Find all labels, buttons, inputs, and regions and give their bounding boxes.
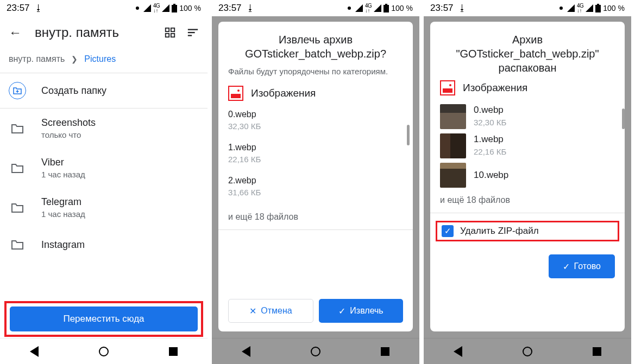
download-icon: ⭳: [34, 3, 43, 13]
scrollbar-thumb[interactable]: [622, 108, 625, 129]
network-4g: 4G↓↑: [577, 3, 583, 13]
nav-home-icon[interactable]: [311, 347, 320, 356]
category-label: Изображения: [463, 82, 527, 94]
battery-percent: 100 %: [179, 4, 201, 12]
nav-home-icon[interactable]: [523, 347, 532, 356]
new-folder-label: Создать папку: [41, 85, 199, 97]
nav-recent-icon[interactable]: [381, 347, 389, 356]
extracted-dialog: Архив "GOTsticker_batch_webp.zip" распак…: [430, 22, 625, 331]
svg-rect-12: [385, 4, 387, 5]
folder-item-instagram[interactable]: Instagram: [0, 227, 208, 262]
svg-rect-1: [173, 4, 175, 5]
nav-back-icon[interactable]: [454, 346, 462, 357]
folder-icon: [9, 199, 26, 216]
phone-screen-3: 23:57 ⭳ 4G↓↑ 100 % Архив "GOTsticker_bat…: [424, 0, 631, 364]
folder-icon: [9, 159, 26, 177]
status-bar: 23:57 ⭳ 4G↓↑ 100 %: [0, 0, 208, 16]
delete-zip-checkbox-row[interactable]: ✓ Удалить ZIP-файл: [436, 221, 619, 241]
file-name: 1.webp: [474, 134, 506, 145]
breadcrumb-root[interactable]: внутр. память: [9, 54, 65, 64]
download-icon: ⭳: [246, 3, 255, 13]
file-thumbnail: [440, 104, 466, 129]
file-row: 1.webp 22,16 КБ: [440, 133, 615, 158]
folder-subtitle: 1 час назад: [41, 209, 199, 219]
app-header: ← внутр. память: [0, 16, 208, 49]
category-header: Изображения: [228, 86, 403, 101]
nav-home-icon[interactable]: [99, 347, 109, 356]
svg-rect-2: [166, 28, 169, 31]
battery-icon: [595, 4, 601, 12]
folder-icon: [9, 236, 26, 253]
file-size: 22,16 КБ: [228, 155, 403, 164]
folder-item-telegram[interactable]: Telegram 1 час назад: [0, 188, 208, 227]
signal-icon-2: [586, 4, 593, 12]
chevron-right-icon: ❯: [71, 55, 78, 63]
category-header: Изображения: [440, 80, 615, 95]
status-time: 23:57: [218, 3, 242, 14]
file-name: 0.webp: [474, 105, 506, 116]
check-icon: ✓: [563, 261, 570, 272]
nav-bar: [0, 338, 208, 364]
nav-back-icon[interactable]: [30, 346, 39, 357]
file-size: 31,66 КБ: [228, 188, 403, 197]
folder-icon: [9, 120, 26, 137]
nav-bar: [212, 338, 419, 364]
new-folder-item[interactable]: Создать папку: [0, 73, 208, 108]
network-4g: 4G↓↑: [153, 3, 160, 13]
folder-item-screenshots[interactable]: Screenshots только что: [0, 108, 208, 148]
done-button[interactable]: ✓ Готово: [549, 254, 615, 278]
battery-percent: 100 %: [603, 4, 625, 12]
file-name: 0.webp: [228, 110, 403, 119]
network-4g: 4G↓↑: [365, 3, 372, 13]
nav-recent-icon[interactable]: [169, 347, 178, 356]
signal-icon: [355, 4, 363, 12]
status-dot-icon: [559, 7, 563, 10]
more-files-label: и ещё 18 файлов: [440, 195, 615, 205]
folder-subtitle: только что: [41, 130, 199, 139]
image-category-icon: [228, 86, 243, 101]
file-name: 2.webp: [228, 176, 403, 186]
cancel-button[interactable]: ✕ Отмена: [228, 299, 313, 323]
grid-view-icon[interactable]: [164, 27, 176, 39]
file-row: 0.webp 32,30 КБ: [440, 104, 615, 129]
page-title: внутр. память: [35, 25, 151, 40]
folder-title: Viber: [41, 157, 199, 168]
dialog-title: Извлечь архив GOTsticker_batch_webp.zip?: [228, 33, 403, 61]
breadcrumb-current[interactable]: Pictures: [84, 54, 116, 64]
nav-recent-icon[interactable]: [593, 347, 601, 356]
file-thumbnail: [440, 163, 466, 188]
status-bar: 23:57 ⭳ 4G↓↑ 100 %: [212, 0, 419, 16]
highlight-box: Переместить сюда: [4, 301, 203, 337]
svg-rect-4: [166, 34, 169, 37]
status-time: 23:57: [430, 3, 454, 14]
breadcrumb: внутр. память ❯ Pictures: [0, 49, 208, 73]
new-folder-icon: [9, 82, 26, 99]
battery-icon: [172, 4, 177, 12]
signal-icon-2: [374, 4, 381, 12]
svg-rect-13: [595, 5, 601, 12]
back-arrow-icon[interactable]: ←: [9, 25, 22, 40]
delete-zip-label: Удалить ZIP-файл: [460, 226, 539, 237]
folder-item-viber[interactable]: Viber 1 час назад: [0, 148, 208, 188]
nav-back-icon[interactable]: [242, 346, 250, 357]
file-name: 10.webp: [474, 170, 508, 181]
file-row: 10.webp: [440, 163, 615, 188]
dialog-subtitle: Файлы будут упорядочены по категориям.: [228, 66, 403, 77]
extract-dialog: Извлечь архив GOTsticker_batch_webp.zip?…: [218, 22, 413, 331]
move-here-button[interactable]: Переместить сюда: [10, 306, 198, 331]
dialog-title: Архив "GOTsticker_batch_webp.zip" распак…: [440, 33, 615, 75]
file-size: 32,30 КБ: [228, 122, 403, 131]
sort-icon[interactable]: [187, 28, 199, 37]
folder-title: Screenshots: [41, 117, 199, 129]
scrollbar-thumb[interactable]: [407, 125, 410, 145]
file-row: 2.webp 31,66 КБ: [228, 176, 403, 207]
close-icon: ✕: [249, 306, 256, 316]
extract-button[interactable]: ✓ Извлечь: [319, 299, 403, 323]
file-size: 22,16 КБ: [474, 147, 506, 156]
check-icon: ✓: [338, 306, 345, 316]
svg-rect-3: [171, 28, 174, 31]
status-bar: 23:57 ⭳ 4G↓↑ 100 %: [424, 0, 631, 16]
folder-subtitle: 1 час назад: [41, 170, 199, 179]
svg-rect-14: [597, 4, 599, 5]
status-time: 23:57: [7, 3, 30, 14]
